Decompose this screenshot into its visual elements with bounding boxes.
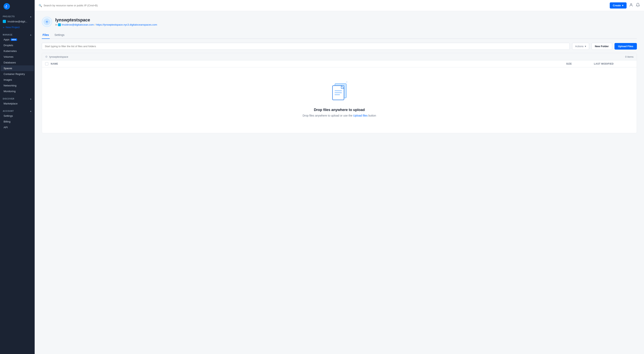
sidebar-item-label: Apps bbox=[4, 38, 10, 41]
notification-icon[interactable] bbox=[636, 3, 640, 8]
upload-files-button[interactable]: Upload Files bbox=[614, 43, 637, 50]
sidebar-item-kubernetes[interactable]: Kubernetes bbox=[1, 48, 34, 54]
new-project-button[interactable]: + New Project bbox=[0, 24, 35, 30]
empty-subtitle-prefix: Drop files anywhere to upload or use the bbox=[302, 114, 352, 117]
discover-chevron-icon: ▲ bbox=[30, 98, 32, 100]
actions-button[interactable]: Actions ▾ bbox=[572, 43, 589, 50]
in-label: in bbox=[55, 23, 57, 26]
sidebar-item-label: Kubernetes bbox=[4, 50, 17, 53]
svg-point-3 bbox=[630, 4, 632, 5]
actions-chevron-icon: ▾ bbox=[585, 45, 586, 48]
content-area: lynswptestspace in lmuldrow@digitalocean… bbox=[35, 11, 644, 354]
space-name: lynswptestspace bbox=[55, 18, 157, 23]
sidebar: PROJECTS ▲ lmuldrow@digit... + New Proje… bbox=[0, 0, 35, 354]
projects-chevron-icon: ▲ bbox=[30, 16, 32, 18]
space-url-link[interactable]: https://lynswptestspace.nyc3.digitalocea… bbox=[96, 23, 157, 26]
sidebar-item-marketplace[interactable]: Marketplace bbox=[1, 101, 34, 106]
sidebar-item-droplets[interactable]: Droplets bbox=[1, 43, 34, 48]
sidebar-item-label: Billing bbox=[4, 120, 10, 123]
sidebar-item-label: Networking bbox=[4, 84, 16, 87]
header-check-col bbox=[45, 62, 51, 65]
actions-label: Actions bbox=[575, 45, 584, 48]
sidebar-item-label: Images bbox=[4, 78, 12, 81]
sidebar-item-container-registry[interactable]: Container Registry bbox=[1, 71, 34, 77]
gear-icon: ⚙ bbox=[45, 55, 48, 58]
sidebar-item-apps[interactable]: Apps NEW bbox=[1, 37, 34, 43]
space-header: lynswptestspace in lmuldrow@digitalocean… bbox=[42, 17, 637, 27]
account-chevron-icon: ▲ bbox=[30, 110, 32, 112]
files-path-bar: ⚙ lynswptestspace 0 items bbox=[42, 53, 637, 61]
header-name-col: Name bbox=[51, 63, 566, 65]
sidebar-item-label: Droplets bbox=[4, 44, 13, 47]
apps-new-badge: NEW bbox=[11, 39, 17, 41]
create-chevron-icon: ▾ bbox=[622, 4, 624, 7]
manage-section-header[interactable]: MANAGE ▲ bbox=[0, 33, 35, 37]
space-info: lynswptestspace in lmuldrow@digitalocean… bbox=[55, 18, 157, 26]
files-table-header: Name Size Last Modified bbox=[42, 61, 637, 67]
new-project-label: New Project bbox=[6, 26, 20, 29]
topbar-right: Create ▾ bbox=[610, 3, 640, 9]
tab-files[interactable]: Files bbox=[42, 31, 50, 39]
header-size-col: Size bbox=[566, 63, 594, 65]
account-label: ACCOUNT bbox=[3, 110, 14, 112]
create-label: Create bbox=[613, 4, 621, 7]
upload-files-link[interactable]: Upload files bbox=[353, 114, 368, 117]
sidebar-item-billing[interactable]: Billing bbox=[1, 119, 34, 125]
topbar-search-input[interactable] bbox=[44, 4, 610, 7]
empty-state-icon: + · · bbox=[328, 79, 350, 104]
tab-settings[interactable]: Settings bbox=[54, 31, 65, 39]
discover-section: DISCOVER ▲ Marketplace bbox=[0, 95, 35, 107]
plus-icon: + bbox=[3, 26, 4, 29]
sidebar-item-label: Container Registry bbox=[4, 73, 25, 76]
manage-label: MANAGE bbox=[3, 34, 12, 36]
filter-input[interactable] bbox=[42, 43, 570, 50]
header-modified-col: Last Modified bbox=[594, 63, 634, 65]
new-folder-label: New Folder bbox=[595, 45, 609, 48]
files-path-left: ⚙ lynswptestspace bbox=[45, 55, 68, 58]
sidebar-item-networking[interactable]: Networking bbox=[1, 83, 34, 88]
sidebar-item-lmuldrow[interactable]: lmuldrow@digit... bbox=[0, 19, 35, 24]
sidebar-item-images[interactable]: Images bbox=[1, 77, 34, 83]
projects-label: PROJECTS bbox=[3, 16, 15, 18]
empty-subtitle-suffix: button bbox=[368, 114, 376, 117]
account-section-header[interactable]: ACCOUNT ▲ bbox=[0, 109, 35, 113]
select-all-checkbox[interactable] bbox=[45, 62, 48, 65]
projects-section-header[interactable]: PROJECTS ▲ bbox=[0, 15, 35, 19]
account-section: ACCOUNT ▲ Settings Billing API bbox=[0, 107, 35, 131]
upload-label: Upload Files bbox=[618, 45, 633, 48]
create-button[interactable]: Create ▾ bbox=[610, 3, 626, 9]
tab-files-label: Files bbox=[42, 33, 49, 37]
svg-text:·: · bbox=[347, 95, 348, 97]
manage-section: MANAGE ▲ Apps NEW Droplets Kubernetes Vo… bbox=[0, 31, 35, 95]
search-icon: 🔍 bbox=[38, 4, 42, 7]
svg-point-1 bbox=[6, 7, 6, 8]
tab-settings-label: Settings bbox=[54, 33, 64, 37]
files-toolbar: Actions ▾ New Folder Upload Files bbox=[42, 43, 637, 50]
discover-section-header[interactable]: DISCOVER ▲ bbox=[0, 97, 35, 101]
tabs: Files Settings bbox=[42, 31, 637, 39]
sidebar-item-label: Volumes bbox=[4, 55, 14, 58]
search-box[interactable]: 🔍 bbox=[38, 4, 610, 7]
sidebar-item-spaces[interactable]: Spaces bbox=[1, 65, 34, 71]
new-folder-button[interactable]: New Folder bbox=[592, 43, 612, 50]
sidebar-item-api[interactable]: API bbox=[1, 125, 34, 130]
topbar: 🔍 Create ▾ bbox=[35, 0, 644, 11]
svg-text:+: + bbox=[346, 80, 348, 84]
space-project-link[interactable]: lmuldrow@digitalocean.com bbox=[62, 23, 94, 26]
sidebar-item-volumes[interactable]: Volumes bbox=[1, 54, 34, 60]
svg-point-2 bbox=[5, 6, 6, 7]
separator: / bbox=[95, 23, 96, 26]
sidebar-item-monitoring[interactable]: Monitoring bbox=[1, 88, 34, 94]
sidebar-item-label: API bbox=[4, 126, 8, 129]
space-avatar bbox=[42, 17, 52, 27]
space-subtitle: in lmuldrow@digitalocean.com / https://l… bbox=[55, 23, 157, 26]
empty-state: + · · bbox=[42, 67, 637, 133]
files-path-label: lynswptestspace bbox=[49, 55, 68, 58]
project-icon bbox=[3, 20, 6, 23]
logo-icon[interactable] bbox=[4, 3, 10, 10]
sidebar-item-databases[interactable]: Databases bbox=[1, 60, 34, 65]
user-icon[interactable] bbox=[629, 3, 633, 8]
empty-state-title: Drop files anywhere to upload bbox=[314, 108, 365, 112]
sidebar-item-label: lmuldrow@digit... bbox=[8, 20, 27, 23]
sidebar-item-settings[interactable]: Settings bbox=[1, 113, 34, 119]
